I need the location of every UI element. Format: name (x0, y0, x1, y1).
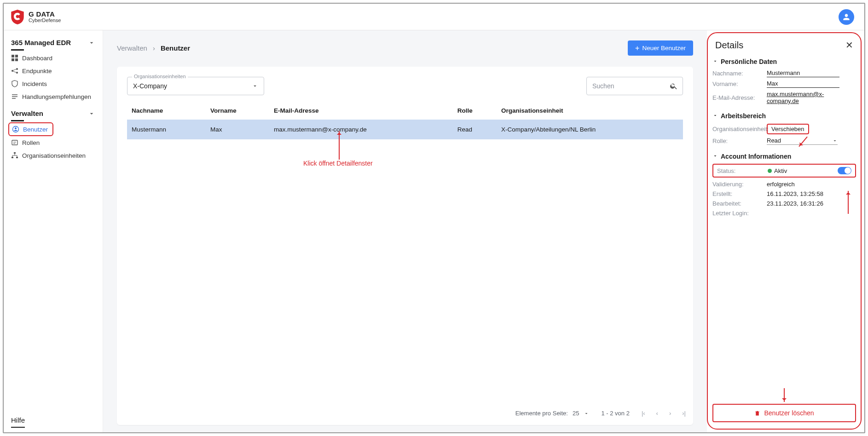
chevron-down-icon (712, 112, 718, 120)
value-nachname[interactable]: Mustermann (767, 69, 839, 77)
label-edited: Bearbeitet: (712, 200, 767, 207)
cell-vorname: Max (206, 120, 269, 139)
sidebar-item-recommendations[interactable]: Handlungsempfehlungen (8, 90, 103, 103)
roles-icon (11, 139, 18, 146)
cell-email: max.mustermann@x-company.de (269, 120, 453, 139)
svg-rect-8 (16, 157, 18, 158)
col-email[interactable]: E-Mail-Adresse (269, 102, 453, 120)
brand-logo: G DATA CyberDefense (11, 10, 61, 24)
section-personal-toggle[interactable]: Persönliche Daten (712, 55, 856, 68)
col-nachname[interactable]: Nachname (127, 102, 206, 120)
chevron-right-icon: › (153, 44, 155, 52)
label-nachname: Nachname: (712, 70, 767, 77)
per-page-label: Elemente pro Seite: (515, 410, 568, 417)
sidebar-product-toggle[interactable]: 365 Managed EDR (11, 36, 95, 49)
status-toggle[interactable] (838, 167, 851, 174)
breadcrumb: Verwalten › Benutzer (117, 44, 190, 52)
org-unit-select-label: Organisationseinheiten (132, 74, 188, 79)
sidebar-item-endpoints[interactable]: Endpunkte (8, 64, 103, 77)
label-role: Rolle: (712, 138, 767, 144)
sidebar-item-users-highlight: Benutzer (8, 122, 53, 136)
search-input[interactable] (591, 82, 660, 90)
value-vorname[interactable]: Max (767, 80, 839, 88)
sidebar-item-label: Incidents (22, 80, 47, 87)
delete-user-button[interactable]: Benutzer löschen (712, 404, 856, 422)
label-status: Status: (717, 167, 764, 174)
delete-user-label: Benutzer löschen (764, 409, 814, 417)
endpoints-icon (11, 67, 18, 75)
value-edited: 23.11.2023, 16:31:26 (767, 200, 823, 207)
table-row[interactable]: Mustermann Max max.mustermann@x-company.… (127, 120, 683, 139)
brand-name: G DATA (29, 11, 61, 18)
sidebar-item-dashboard[interactable]: Dashboard (8, 52, 103, 64)
close-icon[interactable]: ✕ (845, 40, 853, 51)
org-unit-select[interactable]: Organisationseinheiten X-Company (127, 77, 264, 95)
label-orgunit: Organisationseinheit: (712, 126, 767, 132)
table-header-row: Nachname Vorname E-Mail-Adresse Rolle Or… (127, 102, 683, 120)
breadcrumb-current: Benutzer (161, 44, 190, 52)
sidebar-main-items: Dashboard Endpunkte Incidents Handlungse… (4, 52, 103, 107)
dropdown-icon (832, 138, 838, 143)
col-vorname[interactable]: Vorname (206, 102, 269, 120)
shield-icon (11, 10, 24, 24)
per-page-value[interactable]: 25 (573, 410, 579, 417)
section-workspace-toggle[interactable]: Arbeitsbereich (712, 109, 856, 122)
sidebar-manage-items: Benutzer Rollen Organisationseinheiten (4, 122, 103, 166)
sidebar-item-label: Dashboard (22, 55, 52, 62)
user-icon (12, 126, 19, 133)
page-last-icon[interactable]: ›| (682, 410, 686, 417)
svg-point-2 (16, 72, 18, 74)
section-account-toggle[interactable]: Account Informationen (712, 150, 856, 163)
label-email: E-Mail-Adresse: (712, 94, 767, 101)
new-user-button-label: Neuer Benutzer (642, 45, 686, 52)
value-status: Aktiv (774, 167, 787, 174)
status-dot-icon (768, 169, 772, 173)
org-unit-select-value: X-Company (133, 82, 167, 90)
cell-rolle: Read (453, 120, 497, 139)
person-icon (842, 12, 851, 22)
cell-nachname: Mustermann (127, 120, 206, 139)
sidebar-manage-label: Verwalten (11, 109, 43, 117)
chevron-down-icon (88, 110, 95, 117)
chevron-down-icon (88, 39, 95, 46)
sidebar-item-orgunits[interactable]: Organisationseinheiten (8, 149, 103, 162)
col-org[interactable]: Organisationseinheit (497, 102, 683, 120)
page-prev-icon[interactable]: ‹ (656, 410, 658, 417)
sidebar-item-roles[interactable]: Rollen (8, 136, 103, 149)
svg-rect-6 (14, 152, 16, 154)
value-email[interactable]: max.mustermann@x-company.de (767, 91, 856, 104)
details-panel: Details ✕ Persönliche Daten Nachname:Mus… (707, 32, 862, 430)
sidebar-item-incidents[interactable]: Incidents (8, 77, 103, 90)
svg-rect-7 (12, 157, 13, 158)
breadcrumb-root[interactable]: Verwalten (117, 44, 147, 52)
sidebar-manage-toggle[interactable]: Verwalten (11, 107, 95, 120)
dashboard-icon (11, 54, 18, 62)
sidebar-item-label: Organisationseinheiten (22, 152, 86, 159)
role-select[interactable]: Read (767, 137, 838, 145)
page-first-icon[interactable]: |‹ (642, 410, 645, 417)
search-box[interactable] (586, 77, 683, 95)
annotation-arrow-icon (339, 131, 340, 160)
page-next-icon[interactable]: › (669, 410, 671, 417)
label-vorname: Vorname: (712, 80, 767, 87)
section-workspace-title: Arbeitsbereich (721, 112, 766, 120)
sidebar-item-users[interactable]: Benutzer (9, 123, 52, 135)
annotation-arrow-icon (848, 191, 849, 214)
brand-subline: CyberDefense (29, 18, 61, 23)
chevron-down-icon (712, 153, 718, 160)
orgunits-icon (11, 152, 18, 159)
dropdown-icon[interactable] (584, 411, 589, 416)
move-orgunit-button[interactable]: Verschieben (767, 124, 809, 134)
users-card: Organisationseinheiten X-Company Na (117, 67, 693, 425)
new-user-button[interactable]: + Neuer Benutzer (628, 40, 693, 56)
label-validation: Validierung: (712, 181, 767, 188)
chevron-down-icon (252, 83, 258, 89)
col-rolle[interactable]: Rolle (453, 102, 497, 120)
sidebar-help[interactable]: Hilfe (11, 413, 95, 427)
top-bar: G DATA CyberDefense (4, 4, 864, 30)
user-avatar[interactable] (839, 9, 854, 25)
trash-icon (754, 410, 760, 416)
annotation-arrow-icon (784, 388, 785, 402)
label-created: Erstellt: (712, 190, 767, 197)
main-area: Verwalten › Benutzer + Neuer Benutzer Or… (103, 30, 707, 432)
